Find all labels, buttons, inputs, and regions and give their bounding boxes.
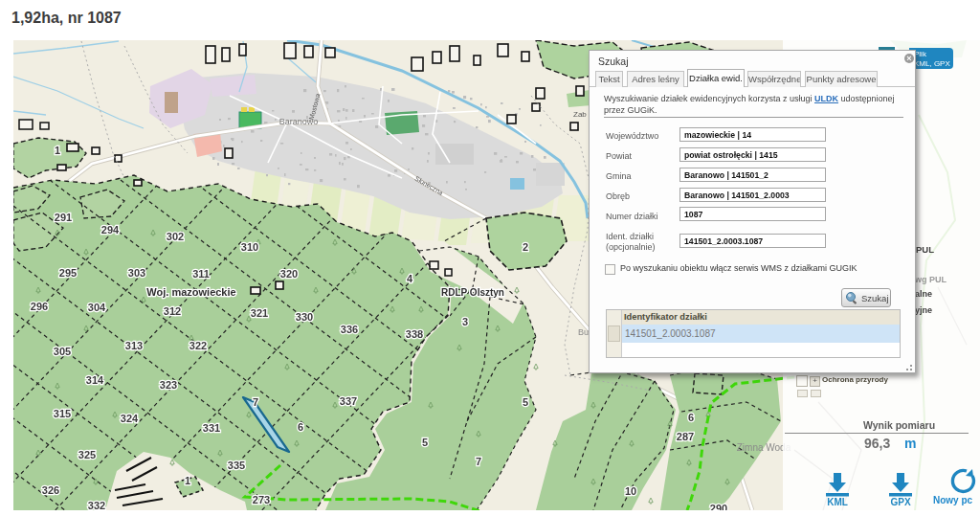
svg-text:KML: KML bbox=[827, 497, 848, 507]
svg-text:Bu: Bu bbox=[578, 327, 589, 337]
svg-text:295: 295 bbox=[59, 267, 77, 279]
svg-text:290: 290 bbox=[710, 503, 727, 510]
svg-text:6: 6 bbox=[688, 412, 694, 423]
svg-text:338: 338 bbox=[406, 328, 423, 340]
svg-text:1: 1 bbox=[185, 475, 190, 486]
svg-text:273: 273 bbox=[253, 494, 270, 505]
svg-text:315: 315 bbox=[54, 408, 71, 419]
svg-text:4: 4 bbox=[407, 273, 413, 284]
svg-text:332: 332 bbox=[88, 500, 105, 510]
svg-text:336: 336 bbox=[341, 324, 358, 335]
svg-text:310: 310 bbox=[241, 241, 258, 253]
svg-text:291: 291 bbox=[55, 212, 72, 223]
svg-text:324: 324 bbox=[121, 413, 139, 424]
svg-text:3: 3 bbox=[462, 316, 468, 327]
svg-text:304: 304 bbox=[88, 302, 106, 313]
svg-text:294: 294 bbox=[101, 224, 120, 236]
svg-text:330: 330 bbox=[296, 311, 313, 323]
svg-text:322: 322 bbox=[189, 340, 207, 351]
svg-text:331: 331 bbox=[203, 422, 220, 434]
svg-text:320: 320 bbox=[280, 268, 298, 280]
svg-text:312: 312 bbox=[164, 305, 181, 317]
svg-text:302: 302 bbox=[167, 231, 184, 242]
svg-text:RDLP Olsztyn: RDLP Olsztyn bbox=[441, 287, 504, 298]
svg-text:313: 313 bbox=[125, 340, 143, 351]
svg-text:303: 303 bbox=[128, 267, 145, 279]
svg-text:335: 335 bbox=[228, 460, 245, 471]
svg-text:305: 305 bbox=[54, 346, 71, 357]
svg-text:296: 296 bbox=[31, 301, 48, 312]
svg-text:314: 314 bbox=[86, 374, 104, 386]
svg-text:GPX: GPX bbox=[890, 497, 910, 507]
svg-text:7: 7 bbox=[476, 456, 481, 467]
svg-text:5: 5 bbox=[422, 437, 428, 448]
svg-text:Woj. mazowieckie: Woj. mazowieckie bbox=[146, 286, 235, 298]
svg-text:311: 311 bbox=[192, 268, 210, 280]
svg-text:326: 326 bbox=[42, 484, 59, 496]
svg-text:5: 5 bbox=[523, 396, 528, 408]
svg-text:1: 1 bbox=[55, 145, 60, 156]
svg-text:337: 337 bbox=[340, 395, 357, 407]
svg-text:2: 2 bbox=[523, 241, 528, 253]
svg-text:7: 7 bbox=[253, 396, 258, 408]
svg-text:6: 6 bbox=[298, 421, 303, 433]
svg-text:287: 287 bbox=[677, 431, 694, 442]
svg-text:Zab: Zab bbox=[573, 110, 587, 119]
svg-text:323: 323 bbox=[160, 379, 177, 391]
svg-text:10: 10 bbox=[625, 485, 636, 497]
svg-text:321: 321 bbox=[251, 307, 268, 319]
svg-text:325: 325 bbox=[78, 449, 96, 460]
